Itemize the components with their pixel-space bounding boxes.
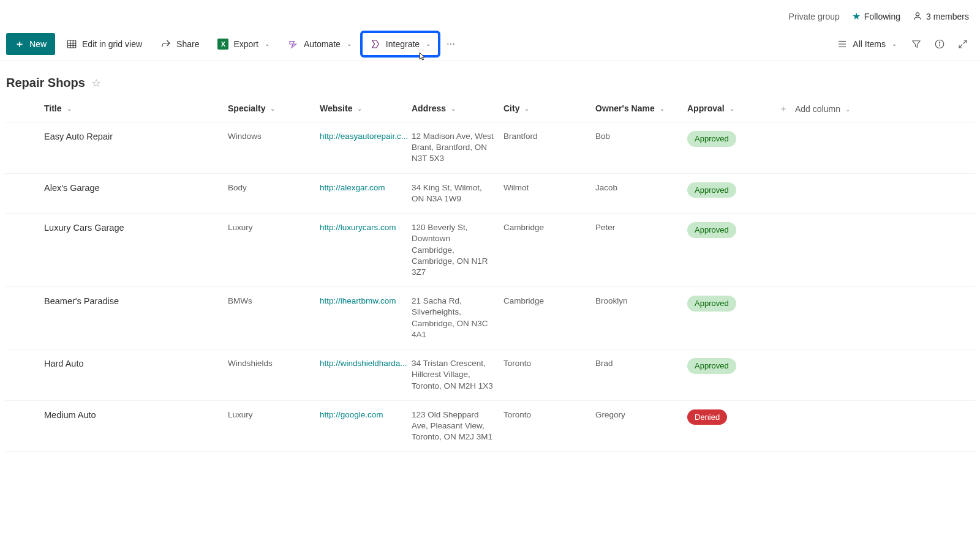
column-label: Owner's Name [595,103,655,113]
info-button[interactable] [929,33,951,55]
export-label: Export [233,39,258,49]
chevron-down-icon: ⌄ [67,105,72,112]
cell-website: http://luxurycars.com [315,214,407,242]
column-header-address[interactable]: Address⌄ [407,96,499,121]
export-button[interactable]: X Export ⌄ [210,33,276,55]
cell-specialty: Windows [223,122,315,151]
cell-approval: Approved [682,122,774,155]
cell-website: http://easyautorepair.c... [315,122,407,151]
column-header-city[interactable]: City⌄ [499,96,590,121]
cell-empty [774,122,897,140]
chevron-down-icon: ⌄ [660,105,665,112]
add-column-button[interactable]: ＋Add column⌄ [774,96,897,122]
column-label: Website [320,103,352,113]
website-link[interactable]: http://iheartbmw.com [320,296,396,305]
table-row[interactable]: Medium AutoLuxuryhttp://google.com123 Ol… [5,401,975,452]
row-selector[interactable] [5,287,39,304]
cell-approval: Denied [682,401,774,434]
row-selector[interactable] [5,174,39,191]
approval-badge: Approved [687,131,736,147]
star-icon: ★ [852,12,861,21]
website-link[interactable]: http://google.com [320,410,383,419]
expand-icon [957,39,968,50]
cell-owner: Brad [590,349,682,378]
website-link[interactable]: http://luxurycars.com [320,223,396,232]
row-selector[interactable] [5,122,39,140]
column-header-website[interactable]: Website⌄ [315,96,407,121]
edit-in-grid-button[interactable]: Edit in grid view [59,33,149,55]
column-header-specialty[interactable]: Specialty⌄ [223,96,315,121]
chevron-down-icon: ⌄ [347,40,352,47]
chevron-down-icon: ⌄ [892,40,897,47]
cell-empty [774,287,897,304]
following-button[interactable]: ★ Following [852,12,900,21]
chevron-down-icon: ⌄ [265,40,270,47]
cell-title[interactable]: Hard Auto [39,349,223,379]
members-button[interactable]: 3 members [913,11,969,23]
list-icon [837,39,848,50]
cell-address: 123 Old Sheppard Ave, Pleasant View, Tor… [407,401,499,452]
table-row[interactable]: Beamer's ParadiseBMWshttp://iheartbmw.co… [5,287,975,349]
row-selector[interactable] [5,349,39,367]
cell-website: http://windshieldharda... [315,349,407,378]
integrate-button[interactable]: Integrate ⌄ [363,33,438,55]
cell-empty [774,401,897,418]
command-bar: ＋ New Edit in grid view Share X Export ⌄… [0,27,980,61]
row-selector[interactable] [5,401,39,418]
list-grid: Title⌄ Specialty⌄ Website⌄ Address⌄ City… [0,96,980,452]
table-row[interactable]: Easy Auto RepairWindowshttp://easyautore… [5,122,975,174]
table-row[interactable]: Hard AutoWindshieldshttp://windshieldhar… [5,349,975,401]
cell-title[interactable]: Medium Auto [39,401,223,430]
cell-title[interactable]: Easy Auto Repair [39,122,223,152]
chevron-down-icon: ⌄ [845,106,850,113]
column-header-owner[interactable]: Owner's Name⌄ [590,96,682,121]
select-all-column[interactable] [5,96,39,111]
website-link[interactable]: http://alexgar.com [320,183,385,192]
svg-rect-1 [67,40,76,48]
row-selector[interactable] [5,214,39,231]
approval-badge: Approved [687,296,736,312]
plus-icon: ＋ [15,39,24,49]
cell-approval: Approved [682,214,774,247]
automate-button[interactable]: Automate ⌄ [281,33,359,55]
table-row[interactable]: Luxury Cars GarageLuxuryhttp://luxurycar… [5,214,975,287]
column-header-approval[interactable]: Approval⌄ [682,96,774,121]
share-label: Share [176,39,199,49]
filter-button[interactable] [905,33,927,55]
table-row[interactable]: Alex's GarageBodyhttp://alexgar.com34 Ki… [5,174,975,214]
chevron-down-icon: ⌄ [270,105,275,112]
cell-title[interactable]: Alex's Garage [39,174,223,203]
cell-owner: Brooklyn [590,287,682,315]
cell-website: http://iheartbmw.com [315,287,407,315]
integrate-label: Integrate [386,39,420,49]
more-commands-button[interactable]: ⋯ [442,33,460,55]
column-label: City [503,103,519,113]
cell-title[interactable]: Beamer's Paradise [39,287,223,316]
svg-point-0 [916,12,919,15]
website-link[interactable]: http://windshieldharda... [320,359,407,368]
members-label: 3 members [926,12,969,21]
cell-empty [774,349,897,367]
group-privacy-label: Private group [789,12,840,21]
chevron-down-icon: ⌄ [426,40,431,47]
plus-icon: ＋ [779,103,788,114]
share-button[interactable]: Share [153,33,206,55]
website-link[interactable]: http://easyautorepair.c... [320,132,408,141]
cursor-icon [417,51,427,61]
person-icon [913,11,922,23]
column-label: Address [412,103,446,113]
expand-button[interactable] [952,33,974,55]
approval-badge: Denied [687,409,727,425]
cell-title[interactable]: Luxury Cars Garage [39,214,223,243]
add-column-label: Add column [795,104,840,114]
cell-website: http://alexgar.com [315,174,407,202]
cell-city: Brantford [499,122,590,151]
new-button[interactable]: ＋ New [6,33,55,55]
view-selector[interactable]: All Items ⌄ [829,33,904,55]
new-label: New [29,39,47,49]
column-header-title[interactable]: Title⌄ [39,96,223,121]
cell-specialty: BMWs [223,287,315,315]
favorite-star-icon[interactable]: ☆ [91,77,101,90]
cell-city: Cambridge [499,214,590,242]
list-title: Repair Shops [6,76,85,90]
